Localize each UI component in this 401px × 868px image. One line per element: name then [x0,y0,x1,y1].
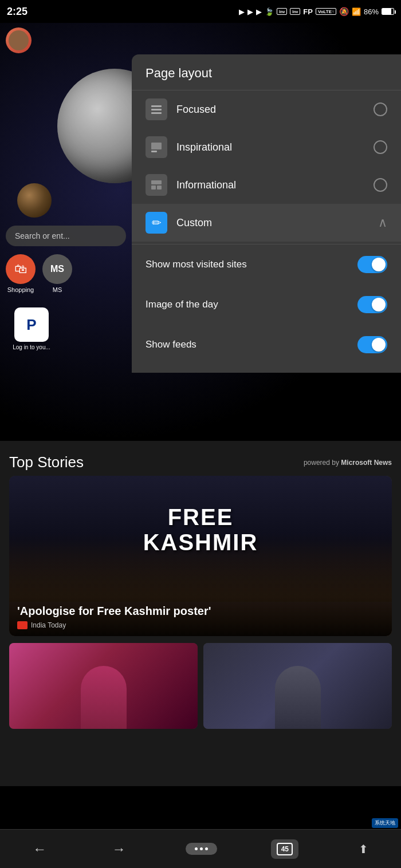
toggle-image-day-label: Image of the day [146,299,218,310]
custom-layout-icon: ✏ [146,212,167,234]
layout-option-inspirational[interactable]: Inspirational [132,128,401,166]
dot-3 [205,847,208,850]
signal-icon: 📶 [352,7,361,16]
dot-1 [195,847,198,850]
microsoft-news-brand: Microsoft News [341,459,392,467]
inspirational-label: Inspirational [176,141,364,153]
toggle-most-visited-knob [372,258,386,271]
layout-option-focused[interactable]: Focused [132,90,401,128]
app-icon-inv1: Inv [277,8,287,15]
shortcut-paypal-label: Log in to you... [13,344,50,350]
toggle-show-feeds-label: Show feeds [146,339,196,350]
ms-icon: MS [42,254,72,284]
bottom-section: Top Stories powered by Microsoft News FR… [0,441,401,786]
share-icon: ⬆ [359,842,368,856]
paypal-icon: P [14,307,49,342]
nav-dots-button[interactable] [186,843,217,855]
focused-label: Focused [176,104,364,116]
toggle-most-visited[interactable]: Show most visited sites [132,244,401,285]
focused-radio[interactable] [374,102,387,116]
share-button[interactable]: ⬆ [353,837,374,862]
watermark: 系统天地 [372,818,398,828]
toggle-image-day-knob [372,298,386,311]
back-button[interactable]: ← [27,835,52,863]
quick-access-row: 🛍 Shopping MS MS [0,250,132,298]
inspirational-radio[interactable] [374,140,387,154]
bottom-nav: ← → 45 ⬆ [0,829,401,868]
toggle-image-day-switch[interactable] [357,296,387,313]
status-time: 2:25 [7,6,27,18]
forward-button[interactable]: → [107,835,132,863]
volte-icon: VoLTE↑ [316,8,336,15]
svg-rect-4 [151,151,157,152]
qa-shopping[interactable]: 🛍 Shopping [6,254,36,293]
inspirational-layout-icon [146,136,167,158]
small-news-card-2[interactable] [203,643,392,729]
svg-rect-6 [151,186,156,190]
top-stories-header: Top Stories powered by Microsoft News [0,447,401,476]
shortcut-paypal[interactable]: P Log in to you... [6,307,57,350]
back-icon: ← [33,841,46,857]
svg-rect-0 [151,105,162,107]
status-icons: ▶ ▶ ▶ 🍃 Inv Inv FP VoLTE↑ 🔕 📶 86% [239,7,394,16]
svg-rect-2 [151,112,162,114]
svg-rect-7 [157,186,162,190]
chevron-up-icon: ∧ [378,215,387,230]
news-source: India Today [17,621,384,629]
qa-shopping-label: Shopping [7,286,34,293]
sign-text: FREE KASHMIR [143,504,258,555]
app-icon-yt2: ▶ [247,7,253,16]
panel-title: Page layout [132,54,401,90]
search-placeholder: Search or ent... [15,231,70,240]
mute-icon: 🔕 [339,7,349,16]
informational-radio[interactable] [374,178,387,192]
shortcut-row: P Log in to you... [0,303,132,355]
inspirational-icon-svg [150,140,163,154]
planet-small [17,183,52,218]
person-silhouette-1 [81,666,127,729]
search-bar[interactable]: Search or ent... [6,226,126,246]
small-news-card-1[interactable] [9,643,198,729]
qa-ms-label: MS [53,286,62,293]
battery-bar-icon [382,8,394,15]
toggle-show-feeds-switch[interactable] [357,336,387,353]
toggle-most-visited-switch[interactable] [357,256,387,273]
informational-icon-svg [150,178,163,192]
main-headline: 'Apologise for Free Kashmir poster' [17,603,384,618]
powered-by-label: powered by Microsoft News [304,459,392,467]
focused-icon-svg [150,102,163,116]
toggle-section: Show most visited sites Image of the day… [132,242,401,367]
app-icon-yt1: ▶ [239,7,245,16]
layout-option-informational[interactable]: Informational [132,166,401,204]
svg-rect-3 [151,143,162,149]
app-icon-yt3: ▶ [256,7,262,16]
main-news-card[interactable]: FREE KASHMIR 'Apologise for Free Kashmir… [9,476,392,636]
small-news-image-2 [203,643,392,729]
battery-percent: 86% [364,7,379,16]
source-name: India Today [31,621,66,629]
toggle-show-feeds[interactable]: Show feeds [132,325,401,365]
app-icon-inv2: Inv [290,8,300,15]
focused-layout-icon [146,98,167,120]
tabs-button[interactable]: 45 [271,839,298,859]
small-news-image-1 [9,643,198,729]
tabs-count[interactable]: 45 [277,843,293,855]
app-icon-misc: 🍃 [265,7,274,16]
page-layout-panel: Page layout Focused Inspiratio [132,54,401,373]
informational-label: Informational [176,179,364,191]
custom-label: Custom [176,217,369,229]
news-overlay: 'Apologise for Free Kashmir poster' Indi… [9,597,392,636]
background-area: Search or ent... 🛍 Shopping MS MS P Log … [0,23,401,441]
layout-option-custom[interactable]: ✏ Custom ∧ [132,204,401,242]
app-icon-fp: FP [303,7,313,16]
status-bar: 2:25 ▶ ▶ ▶ 🍃 Inv Inv FP VoLTE↑ 🔕 📶 86% [0,0,401,23]
informational-layout-icon [146,174,167,196]
avatar[interactable] [6,27,32,53]
svg-rect-5 [151,180,162,184]
qa-ms[interactable]: MS MS [42,254,72,293]
forward-icon: → [112,841,126,857]
toggle-image-day[interactable]: Image of the day [132,285,401,325]
toggle-show-feeds-knob [372,338,386,352]
person-silhouette-2 [275,666,321,729]
small-news-row [9,643,392,729]
